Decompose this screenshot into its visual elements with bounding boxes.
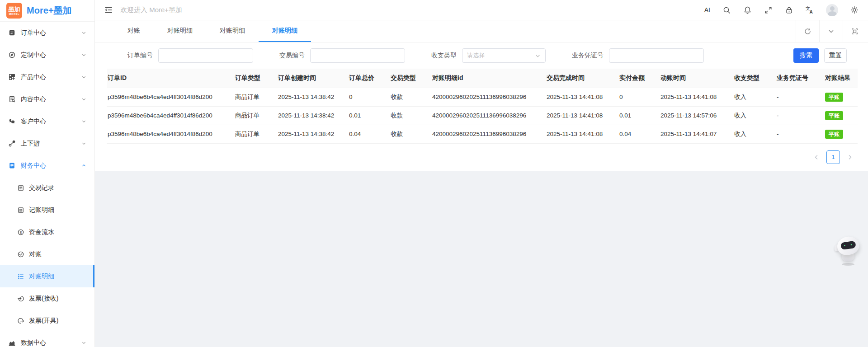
tab-reconciliation[interactable]: 对账 bbox=[114, 20, 154, 42]
sidebar-subitem-transaction-records[interactable]: 交易记录 bbox=[0, 177, 94, 199]
search-icon[interactable] bbox=[722, 5, 731, 14]
translate-icon[interactable]: 文A bbox=[805, 5, 814, 14]
sidebar-item-label: 客户中心 bbox=[21, 117, 81, 126]
cell-inout-type: 收入 bbox=[733, 125, 776, 143]
table-row: p3596m48be6b4ca4ed4ff3014f86d200 商品订单 20… bbox=[107, 88, 858, 106]
sidebar-item-product-center[interactable]: 产品中心 bbox=[0, 66, 94, 88]
filter-inout-type: 收支类型 请选择 bbox=[431, 48, 546, 63]
chevron-down-icon bbox=[81, 75, 86, 80]
brand-logo-subtext: MORE+ bbox=[9, 13, 19, 15]
cell-created-time: 2025-11-13 14:38:42 bbox=[277, 125, 348, 143]
reset-button[interactable]: 重置 bbox=[824, 48, 847, 63]
sidebar-item-content-center[interactable]: 内容中心 bbox=[0, 88, 94, 110]
fullscreen-icon[interactable] bbox=[764, 5, 773, 14]
table-header-cell: 订单总价 bbox=[348, 69, 390, 88]
cell-created-time: 2025-11-13 14:38:42 bbox=[277, 106, 348, 125]
cell-result: 平账 bbox=[824, 88, 858, 106]
reconcile-icon bbox=[17, 251, 24, 258]
cell-trade-type: 收款 bbox=[390, 106, 431, 125]
svg-text:A: A bbox=[810, 9, 813, 14]
invoice-in-icon bbox=[17, 295, 24, 302]
brand-logo: 墨加 MORE+ bbox=[6, 3, 22, 19]
cell-voucher-no: - bbox=[776, 106, 824, 125]
sidebar-item-label: 财务中心 bbox=[21, 162, 81, 170]
order-no-input[interactable] bbox=[158, 48, 253, 63]
filter-label: 交易编号 bbox=[279, 52, 305, 60]
main-area: 欢迎进入 More+墨加 AI 文A bbox=[95, 0, 868, 347]
expand-icon[interactable] bbox=[843, 20, 866, 42]
cell-order-type: 商品订单 bbox=[234, 106, 277, 125]
sidebar-item-customer-center[interactable]: 客户中心 bbox=[0, 110, 94, 132]
prev-page-icon[interactable] bbox=[811, 152, 822, 163]
cell-voucher-no: - bbox=[776, 88, 824, 106]
sidebar-subitem-label: 发票(接收) bbox=[29, 295, 58, 303]
next-page-icon[interactable] bbox=[844, 152, 855, 163]
inout-type-select[interactable]: 请选择 bbox=[462, 48, 546, 63]
cell-paid-amount: 0.04 bbox=[618, 125, 660, 143]
robot-visor bbox=[840, 241, 856, 250]
sidebar-item-data-center[interactable]: 数据中心 bbox=[0, 332, 94, 347]
sidebar-item-supply-chain[interactable]: 上下游 bbox=[0, 132, 94, 155]
tab-reconciliation-details-active[interactable]: 对账明细 bbox=[259, 20, 311, 42]
custom-icon bbox=[8, 51, 16, 59]
chevron-up-icon bbox=[81, 163, 86, 168]
cell-order-total: 0 bbox=[348, 88, 390, 106]
lock-icon[interactable] bbox=[784, 5, 793, 14]
cell-account-time: 2025-11-13 14:41:08 bbox=[660, 88, 733, 106]
table-header-cell: 订单ID bbox=[107, 69, 234, 88]
table-header-cell: 对账明细id bbox=[431, 69, 546, 88]
chevron-down-icon bbox=[535, 53, 541, 59]
cell-paid-amount: 0.01 bbox=[618, 106, 660, 125]
sidebar-subitem-fund-flow[interactable]: $ 资金流水 bbox=[0, 221, 94, 243]
chevron-down-icon bbox=[81, 141, 86, 146]
voucher-no-input[interactable] bbox=[609, 48, 704, 63]
cell-created-time: 2025-11-13 14:38:42 bbox=[277, 88, 348, 106]
sidebar-item-label: 数据中心 bbox=[21, 339, 81, 347]
tab-reconciliation-details-1[interactable]: 对账明细 bbox=[154, 20, 206, 42]
sidebar-subitem-invoice-receive[interactable]: 发票(接收) bbox=[0, 287, 94, 309]
chevron-down-icon bbox=[81, 30, 86, 35]
sidebar-item-custom-center[interactable]: 定制中心 bbox=[0, 44, 94, 66]
sidebar-item-finance-center[interactable]: 财务中心 bbox=[0, 155, 94, 177]
sidebar-subitem-reconciliation[interactable]: 对账 bbox=[0, 243, 94, 265]
filter-bar: 订单编号 交易编号 收支类型 请选择 业务凭证号 搜索 重置 bbox=[95, 42, 868, 69]
filter-label: 订单编号 bbox=[127, 52, 153, 60]
finance-icon bbox=[8, 162, 16, 169]
refresh-icon[interactable] bbox=[796, 20, 819, 42]
reconciliation-table: 订单ID 订单类型 订单创建时间 订单总价 交易类型 对账明细id 交易完成时间… bbox=[95, 69, 868, 144]
content-icon bbox=[8, 95, 16, 103]
status-badge: 平账 bbox=[825, 111, 843, 120]
cell-order-id: p3596m48be6b4ca4ed4ff3014f86d200 bbox=[107, 125, 234, 143]
ai-button[interactable]: AI bbox=[704, 6, 710, 14]
sidebar-subitem-reconciliation-details[interactable]: 对账明细 bbox=[0, 265, 94, 287]
table-header-cell: 业务凭证号 bbox=[776, 69, 824, 88]
avatar[interactable] bbox=[826, 4, 838, 16]
sidebar-item-label: 上下游 bbox=[21, 140, 81, 148]
settings-icon[interactable] bbox=[850, 5, 859, 14]
sidebar-subitem-label: 对账明细 bbox=[29, 272, 54, 281]
sidebar-item-order-center[interactable]: 订单中心 bbox=[0, 22, 94, 44]
sidebar-item-label: 订单中心 bbox=[21, 29, 81, 37]
cell-result: 平账 bbox=[824, 125, 858, 143]
cell-detail-id: 4200002960202511136996038296 bbox=[431, 106, 546, 125]
sidebar: 墨加 MORE+ More+墨加 订单中心 定制中心 产品中心 bbox=[0, 0, 95, 347]
menu-fold-icon[interactable] bbox=[104, 5, 113, 14]
search-button[interactable]: 搜索 bbox=[793, 48, 819, 63]
chevron-down-icon[interactable] bbox=[819, 20, 843, 42]
filter-trade-no: 交易编号 bbox=[279, 48, 405, 63]
assistant-robot-widget[interactable] bbox=[835, 235, 863, 265]
cell-order-id: p3596m48be6b4ca4ed4ff3014f86d200 bbox=[107, 88, 234, 106]
table-row: p3596m48be6b4ca4ed4ff3014f86d200 商品订单 20… bbox=[107, 125, 858, 143]
page-number[interactable]: 1 bbox=[826, 150, 840, 164]
brand[interactable]: 墨加 MORE+ More+墨加 bbox=[0, 0, 94, 22]
filter-label: 收支类型 bbox=[431, 52, 457, 60]
sidebar-subitem-bookkeeping-details[interactable]: 记账明细 bbox=[0, 199, 94, 221]
filter-voucher-no: 业务凭证号 bbox=[572, 48, 704, 63]
table-header-cell: 订单类型 bbox=[234, 69, 277, 88]
trade-no-input[interactable] bbox=[310, 48, 405, 63]
tab-reconciliation-details-2[interactable]: 对账明细 bbox=[206, 20, 259, 42]
chevron-down-icon bbox=[81, 119, 86, 124]
bell-icon[interactable] bbox=[743, 5, 752, 14]
cell-finish-time: 2025-11-13 14:41:08 bbox=[546, 106, 618, 125]
sidebar-subitem-invoice-issue[interactable]: 发票(开具) bbox=[0, 309, 94, 332]
